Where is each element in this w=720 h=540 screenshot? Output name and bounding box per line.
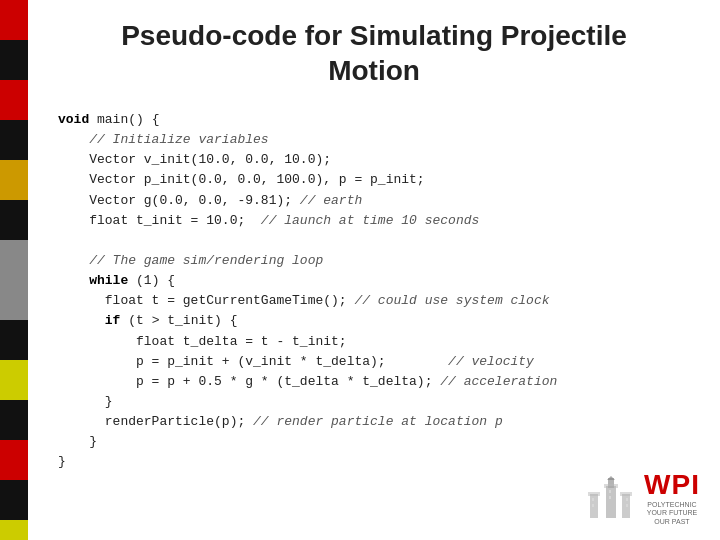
code-line-9: float t = getCurrentGameTime(); // could… (58, 291, 690, 311)
svg-rect-11 (609, 496, 611, 499)
bar-black-5 (0, 400, 28, 440)
code-line-7: // The game sim/rendering loop (58, 251, 690, 271)
wpi-text: WPI (644, 469, 700, 501)
wpi-logo-area: WPI POLYTECHNIC YOUR FUTURE OUR PAST (584, 469, 702, 526)
svg-rect-9 (592, 504, 594, 507)
bar-gray-2 (0, 280, 28, 320)
code-line-10: if (t > t_init) { (58, 311, 690, 331)
code-block: void main() { // Initialize variables Ve… (58, 110, 690, 473)
svg-rect-7 (620, 492, 632, 496)
bar-black-6 (0, 480, 28, 520)
code-line-12: p = p_init + (v_init * t_delta); // velo… (58, 352, 690, 372)
code-line-4: Vector p_init(0.0, 0.0, 100.0), p = p_in… (58, 170, 690, 190)
bar-black-3 (0, 200, 28, 240)
bar-yellow-3 (0, 520, 28, 540)
code-line-6: float t_init = 10.0; // launch at time 1… (58, 211, 690, 231)
code-line-5: Vector g(0.0, 0.0, -9.81); // earth (58, 191, 690, 211)
keyword-void: void (58, 112, 89, 127)
code-line-8: while (1) { (58, 271, 690, 291)
wpi-logo-wrapper: WPI POLYTECHNIC YOUR FUTURE OUR PAST (642, 469, 702, 526)
keyword-while: while (89, 273, 128, 288)
svg-rect-8 (592, 498, 594, 501)
left-bar (0, 0, 28, 540)
bar-red-2 (0, 80, 28, 120)
code-line-1: void main() { (58, 110, 690, 130)
bar-red-3 (0, 440, 28, 480)
code-line-11: float t_delta = t - t_init; (58, 332, 690, 352)
bar-black-4 (0, 320, 28, 360)
bar-gray-1 (0, 240, 28, 280)
wpi-building-icon (584, 476, 636, 518)
svg-rect-5 (588, 492, 600, 496)
code-line-blank (58, 231, 690, 251)
bar-yellow-2 (0, 360, 28, 400)
code-line-15: renderParticle(p); // render particle at… (58, 412, 690, 432)
svg-rect-12 (626, 498, 628, 501)
page-title: Pseudo-code for Simulating Projectile Mo… (58, 18, 690, 88)
keyword-if: if (105, 313, 121, 328)
bar-black-1 (0, 40, 28, 80)
code-line-2: // Initialize variables (58, 130, 690, 150)
wpi-subtext: POLYTECHNIC YOUR FUTURE OUR PAST (642, 501, 702, 526)
bar-red-1 (0, 0, 28, 40)
bar-yellow-1 (0, 160, 28, 200)
bar-black-2 (0, 120, 28, 160)
code-line-16: } (58, 432, 690, 452)
svg-rect-10 (609, 490, 611, 493)
code-line-3: Vector v_init(10.0, 0.0, 10.0); (58, 150, 690, 170)
code-line-13: p = p + 0.5 * g * (t_delta * t_delta); /… (58, 372, 690, 392)
svg-rect-6 (604, 484, 618, 488)
svg-rect-13 (626, 504, 628, 507)
code-line-14: } (58, 392, 690, 412)
main-content: Pseudo-code for Simulating Projectile Mo… (28, 0, 720, 540)
